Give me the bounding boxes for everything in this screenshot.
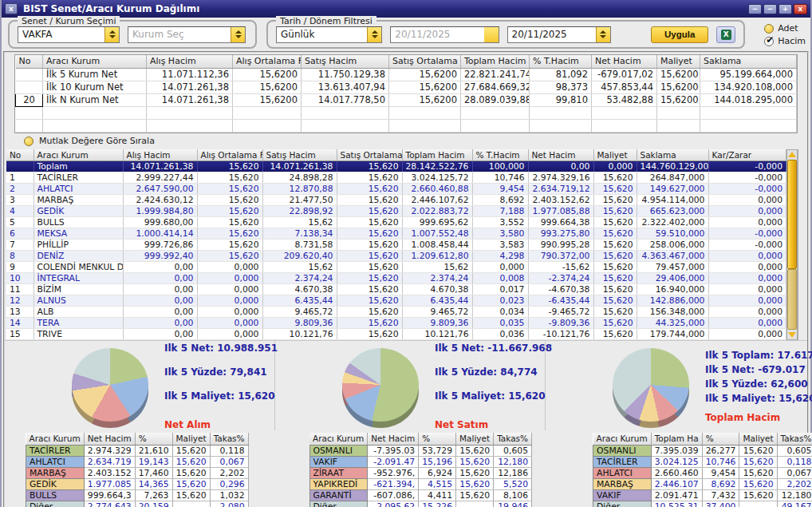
scrollbar-thumb[interactable] — [787, 160, 797, 270]
column-header[interactable]: No — [6, 149, 34, 161]
column-header[interactable]: Alış Ortalama Fiy — [197, 149, 262, 161]
date-to-input[interactable]: 20/11/2025 — [507, 26, 611, 43]
column-header[interactable]: No — [16, 55, 43, 68]
table-row[interactable]: 10İNTEGRAL0,000,0002.374,2415,6202.374,2… — [6, 273, 786, 284]
table-row[interactable]: Diğer10.525.3137,400 49,167 — [593, 501, 812, 507]
total-row-selected[interactable]: Toplam14.071.261,3815,62014.071.261,3815… — [6, 161, 786, 172]
column-header[interactable]: Maliyet — [456, 433, 494, 445]
column-header[interactable]: Satış Hacim — [262, 149, 337, 161]
column-header[interactable]: Kar/Zarar — [708, 149, 786, 161]
table-row[interactable]: OSMANLI7.395.03926,27715,6200,605 — [593, 445, 812, 456]
column-header[interactable]: Aracı Kurum — [593, 433, 652, 445]
column-header[interactable]: Net Hacim — [528, 149, 593, 161]
table-row[interactable]: TACİRLER2.974.32921,61015,6200,118 — [26, 445, 249, 456]
column-header[interactable]: Alış Ortalama Fiyat — [233, 55, 302, 68]
vertical-scrollbar[interactable] — [786, 149, 798, 341]
column-header[interactable]: Saklama — [637, 149, 708, 161]
excel-export-button[interactable]: X — [716, 26, 735, 43]
kurum-dropdown-arrow-icon[interactable] — [231, 27, 245, 42]
column-header[interactable]: Satış Ortalama Fi — [337, 149, 402, 161]
column-header[interactable]: Takas% — [777, 433, 812, 445]
minimize-button[interactable]: − — [763, 4, 777, 14]
table-row[interactable]: 4GEDİK1.999.984,8015,62022.898,9215,6202… — [6, 206, 786, 217]
table-row[interactable]: 15TRIVE0,000,00010.121,7615,62010.121,76… — [6, 329, 786, 340]
column-header[interactable]: Toplam Ha — [651, 433, 702, 445]
column-header[interactable]: Takas% — [210, 433, 248, 445]
table-row[interactable]: 2AHLATCI2.647.590,0015,62012.870,8815,62… — [6, 184, 786, 195]
table-row[interactable]: 14TERA0,000,0009.809,3615,6209.809,360,0… — [6, 318, 786, 329]
column-header[interactable]: Aracı Kurum — [43, 55, 147, 68]
table-row[interactable]: 7PHİLLİP999.726,8615,6208.731,5815,6201.… — [6, 240, 786, 251]
maximize-button[interactable]: + — [778, 4, 792, 14]
column-header[interactable]: % — [419, 433, 456, 445]
table-row[interactable]: AHLATCI2.634.71919,14315,6200,067 — [26, 456, 249, 467]
table-row[interactable]: GARANTİ-607.086,4,41115,6208,106 — [309, 489, 532, 501]
table-row[interactable]: 20İlk N Kurum Net14.071.261,3815,620014.… — [16, 93, 797, 106]
column-header[interactable]: Maliyet — [172, 433, 210, 445]
scroll-down-icon[interactable] — [787, 330, 797, 339]
table-row[interactable]: MARBAŞ2.403.15217,46015,6202,202 — [26, 467, 249, 478]
hacim-radio-checked-icon[interactable] — [764, 37, 774, 46]
table-row[interactable]: İlk 10 Kurum Net14.071.261,3815,620013.6… — [16, 81, 797, 93]
close-icon[interactable]: x — [5, 3, 18, 14]
period-dropdown-arrow-icon[interactable] — [367, 27, 381, 42]
table-row[interactable]: ZİRAAT-952.976,6,92415,62012,186 — [309, 467, 532, 478]
column-header[interactable]: Aracı Kurum — [34, 149, 123, 161]
table-row[interactable]: İlk 5 Kurum Net11.071.112,3615,620011.75… — [16, 68, 797, 81]
period-select[interactable]: Günlük — [276, 26, 382, 43]
column-header[interactable]: Maliyet — [739, 433, 777, 445]
column-header[interactable]: Net Hacim — [368, 433, 419, 445]
column-header[interactable]: Maliyet — [657, 55, 700, 68]
table-row[interactable]: BULLS999.664,37,26315,6201,032 — [26, 489, 249, 501]
column-header[interactable]: Toplam Hacim — [402, 149, 472, 161]
column-header[interactable]: % — [135, 433, 172, 445]
table-row[interactable]: 12ALNUS0,000,0006.435,4415,6206.435,440,… — [6, 295, 786, 307]
table-row[interactable]: 5BULLS999.680,0015,62015,6215,620999.695… — [6, 217, 786, 228]
column-header[interactable]: Satış Hacim — [302, 55, 389, 68]
column-header[interactable]: Net Hacim — [592, 55, 657, 68]
table-row[interactable]: 9COLENDİ MENKUL DE0,000,00015,6215,62015… — [6, 262, 786, 273]
date-to-spinner-icon[interactable] — [596, 27, 610, 42]
column-header[interactable]: Maliyet — [593, 149, 637, 161]
table-row[interactable]: 8DENİZ999.992,4015,620209.620,4015,6201.… — [6, 251, 786, 262]
table-row[interactable]: 1TACİRLER2.999.227,4415,62024.898,2815,6… — [6, 172, 786, 184]
sort-radio-icon[interactable] — [24, 137, 34, 146]
close-button[interactable]: x — [794, 4, 807, 14]
column-header[interactable]: % — [702, 433, 739, 445]
table-row[interactable]: TACİRLER3.024.12510,74615,6200,118 — [593, 456, 812, 467]
column-header[interactable]: Saklama — [700, 55, 797, 68]
table-row[interactable]: OSMANLI-7.395.0353,72915,6200,605 — [309, 445, 532, 456]
column-header[interactable]: Aracı Kurum — [26, 433, 85, 445]
n-kurum-input[interactable]: 20 — [16, 93, 43, 106]
column-header[interactable]: Toplam Hacim — [461, 55, 530, 68]
table-row[interactable]: VAKIF2.091.4717,43215,62012,180 — [593, 489, 812, 501]
table-row[interactable]: VAKIF-2.091.4715,19615,62012,180 — [309, 456, 532, 467]
hacim-radio[interactable]: Hacim — [764, 36, 806, 46]
adet-radio[interactable]: Adet — [764, 23, 806, 34]
senet-select[interactable]: VAKFA — [18, 26, 120, 43]
column-header[interactable]: Takas% — [494, 433, 532, 445]
scroll-up-icon[interactable] — [787, 150, 797, 160]
column-header[interactable]: Net Hacim — [84, 433, 135, 445]
column-header[interactable]: Alış Hacim — [147, 55, 233, 68]
table-row[interactable]: AHLATCI2.660.4609,45415,6200,067 — [593, 467, 812, 478]
table-row[interactable]: Diğer2.774.64320,159 2,080 — [26, 501, 249, 507]
column-header[interactable]: % T.Hacim — [472, 149, 528, 161]
table-row[interactable]: MARBAŞ2.446.1078,69215,6202,202 — [593, 478, 812, 489]
shade-button[interactable]: − — [748, 4, 762, 14]
table-row[interactable]: YAPIKREDİ-621.394,4,51515,6205,520 — [309, 478, 532, 489]
date-from-input[interactable]: 20/11/2025 — [390, 26, 499, 43]
column-header[interactable]: Alış Hacim — [123, 149, 197, 161]
table-row[interactable]: Diğer-2.095.6215,226 19,946 — [309, 501, 532, 507]
table-row[interactable]: 6MEKSA1.000.414,1415,6207.138,3415,6201.… — [6, 228, 786, 240]
kurum-select[interactable]: Kurum Seç — [128, 26, 246, 43]
column-header[interactable]: Aracı Kurum — [309, 433, 368, 445]
senet-dropdown-arrow-icon[interactable] — [104, 27, 119, 42]
apply-button[interactable]: Uygula — [651, 26, 708, 43]
table-row[interactable]: 3MARBAŞ2.424.630,1215,62021.477,5015,620… — [6, 195, 786, 206]
adet-radio-icon[interactable] — [764, 24, 774, 34]
column-header[interactable]: Satış Ortalama Fiyat — [389, 55, 461, 68]
column-header[interactable]: % T.Hacim — [530, 55, 592, 68]
table-row[interactable]: 13ALB0,000,0009.465,7215,6209.465,720,03… — [6, 307, 786, 318]
table-row[interactable]: 11BİZİM0,000,0004.670,3815,6204.670,380,… — [6, 284, 786, 295]
